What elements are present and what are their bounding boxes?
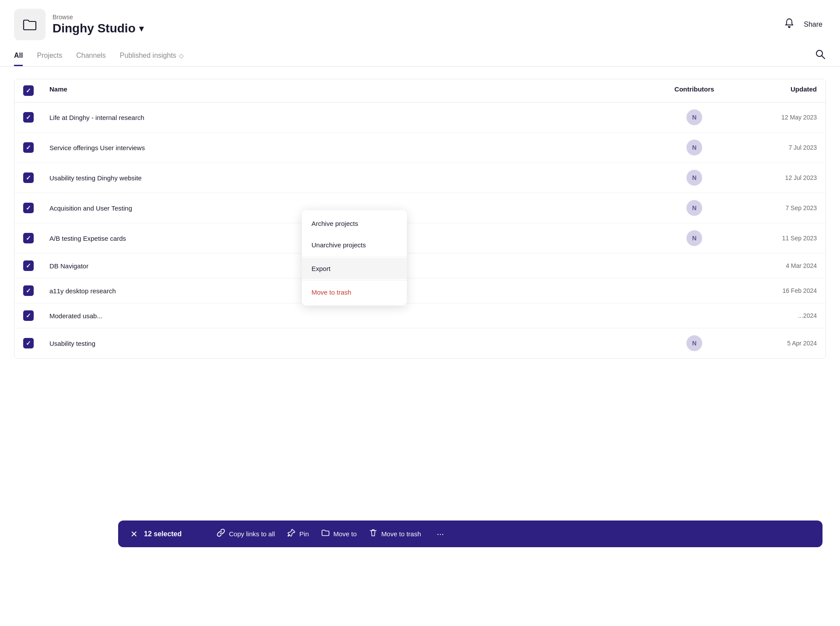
row-checkbox[interactable]: ✓ bbox=[23, 338, 49, 348]
header: Browse Dinghy Studio ▾ Share bbox=[0, 0, 840, 45]
row-checkbox[interactable]: ✓ bbox=[23, 142, 49, 153]
workspace-title[interactable]: Dinghy Studio ▾ bbox=[52, 21, 144, 35]
trash-icon bbox=[369, 528, 378, 539]
header-contributors: Contributors bbox=[651, 85, 738, 96]
table-row[interactable]: ✓ Life at Dinghy - internal research N 1… bbox=[14, 102, 826, 133]
avatar: N bbox=[686, 200, 702, 216]
header-right: Share bbox=[784, 18, 822, 32]
menu-item-unarchive[interactable]: Unarchive projects bbox=[302, 234, 407, 256]
table-row[interactable]: ✓ Moderated usab... ...2024 bbox=[14, 303, 826, 328]
row-updated: 7 Sep 2023 bbox=[738, 204, 817, 211]
header-title-group: Browse Dinghy Studio ▾ bbox=[52, 14, 144, 35]
avatar: N bbox=[686, 230, 702, 246]
row-checkbox[interactable]: ✓ bbox=[23, 233, 49, 243]
row-contributors: N bbox=[651, 200, 738, 216]
pin-button[interactable]: Pin bbox=[287, 528, 309, 539]
row-name: Usability testing bbox=[49, 340, 651, 347]
menu-item-move-to-trash[interactable]: Move to trash bbox=[302, 281, 407, 303]
table-row[interactable]: ✓ Acquisition and User Testing N 7 Sep 2… bbox=[14, 193, 826, 223]
menu-item-archive[interactable]: Archive projects bbox=[302, 213, 407, 234]
row-checkbox[interactable]: ✓ bbox=[23, 112, 49, 123]
workspace-name: Dinghy Studio bbox=[52, 21, 136, 35]
table-row[interactable]: ✓ DB Navigator 4 Mar 2024 bbox=[14, 253, 826, 278]
row-checkbox[interactable]: ✓ bbox=[23, 285, 49, 296]
select-all-checkbox[interactable]: ✓ bbox=[23, 85, 34, 96]
table-row[interactable]: ✓ A/B testing Expetise cards N 11 Sep 20… bbox=[14, 223, 826, 253]
tab-channels[interactable]: Channels bbox=[76, 45, 106, 66]
menu-divider bbox=[302, 280, 407, 281]
selected-count: 12 selected bbox=[144, 530, 182, 538]
header-left: Browse Dinghy Studio ▾ bbox=[14, 9, 144, 40]
row-checkbox[interactable]: ✓ bbox=[23, 172, 49, 183]
folder-move-icon bbox=[321, 528, 330, 539]
row-checkbox[interactable]: ✓ bbox=[23, 203, 49, 213]
svg-line-1 bbox=[822, 56, 825, 59]
tab-all[interactable]: All bbox=[14, 45, 23, 66]
table-header: ✓ Name Contributors Updated bbox=[14, 79, 826, 102]
row-contributors: N bbox=[651, 230, 738, 246]
diamond-icon: ◇ bbox=[179, 52, 184, 59]
folder-icon-box bbox=[14, 9, 46, 40]
link-icon bbox=[217, 528, 225, 539]
header-updated: Updated bbox=[738, 85, 817, 96]
projects-table: ✓ Name Contributors Updated ✓ Life at Di… bbox=[14, 79, 826, 359]
menu-item-export[interactable]: Export bbox=[302, 258, 407, 279]
context-menu: Archive projects Unarchive projects Expo… bbox=[302, 210, 407, 306]
tab-published-insights[interactable]: Published insights ◇ bbox=[120, 45, 184, 66]
row-contributors: N bbox=[651, 140, 738, 155]
table-row[interactable]: ✓ Service offerings User interviews N 7 … bbox=[14, 133, 826, 163]
move-to-trash-button[interactable]: Move to trash bbox=[369, 528, 421, 539]
avatar: N bbox=[686, 140, 702, 155]
row-checkbox[interactable]: ✓ bbox=[23, 260, 49, 271]
avatar: N bbox=[686, 335, 702, 351]
move-to-button[interactable]: Move to bbox=[321, 528, 357, 539]
row-checkbox[interactable]: ✓ bbox=[23, 310, 49, 321]
row-updated: 11 Sep 2023 bbox=[738, 235, 817, 242]
row-updated: ...2024 bbox=[738, 312, 817, 319]
row-name: Usability testing Dinghy website bbox=[49, 174, 651, 182]
avatar: N bbox=[686, 109, 702, 125]
action-bar: ✕ 12 selected Copy links to all Pin bbox=[118, 520, 822, 547]
row-updated: 7 Jul 2023 bbox=[738, 144, 817, 151]
browse-label: Browse bbox=[52, 14, 144, 21]
move-to-label: Move to bbox=[333, 530, 357, 538]
row-contributors: N bbox=[651, 335, 738, 351]
search-icon[interactable] bbox=[815, 49, 826, 63]
bell-icon[interactable] bbox=[784, 18, 795, 32]
copy-links-label: Copy links to all bbox=[229, 530, 275, 538]
folder-icon bbox=[22, 17, 38, 32]
pin-label: Pin bbox=[299, 530, 309, 538]
row-name: Service offerings User interviews bbox=[49, 144, 651, 151]
copy-links-button[interactable]: Copy links to all bbox=[217, 528, 275, 539]
row-updated: 5 Apr 2024 bbox=[738, 340, 817, 347]
row-updated: 16 Feb 2024 bbox=[738, 287, 817, 294]
row-updated: 12 May 2023 bbox=[738, 114, 817, 121]
table-row[interactable]: ✓ Usability testing Dinghy website N 12 … bbox=[14, 163, 826, 193]
row-name: Moderated usab... bbox=[49, 312, 651, 320]
header-name: Name bbox=[49, 85, 651, 96]
close-selection-button[interactable]: ✕ bbox=[130, 529, 138, 539]
row-updated: 4 Mar 2024 bbox=[738, 262, 817, 269]
tab-projects[interactable]: Projects bbox=[37, 45, 62, 66]
menu-divider bbox=[302, 257, 407, 257]
table-row[interactable]: ✓ a11y desktop research 16 Feb 2024 bbox=[14, 278, 826, 303]
share-button[interactable]: Share bbox=[804, 21, 822, 28]
row-updated: 12 Jul 2023 bbox=[738, 174, 817, 181]
tabs-nav: All Projects Channels Published insights… bbox=[0, 45, 840, 67]
header-checkbox-cell[interactable]: ✓ bbox=[23, 85, 49, 96]
chevron-down-icon: ▾ bbox=[139, 23, 144, 34]
more-actions-button[interactable]: ··· bbox=[437, 529, 444, 539]
table-row[interactable]: ✓ Usability testing N 5 Apr 2024 bbox=[14, 328, 826, 358]
action-bar-left: ✕ 12 selected bbox=[130, 529, 182, 539]
avatar: N bbox=[686, 170, 702, 186]
action-bar-actions: Copy links to all Pin Move to bbox=[217, 528, 444, 539]
row-contributors: N bbox=[651, 170, 738, 186]
row-name: Life at Dinghy - internal research bbox=[49, 114, 651, 121]
pin-icon bbox=[287, 528, 296, 539]
row-contributors: N bbox=[651, 109, 738, 125]
move-to-trash-label: Move to trash bbox=[381, 530, 421, 538]
